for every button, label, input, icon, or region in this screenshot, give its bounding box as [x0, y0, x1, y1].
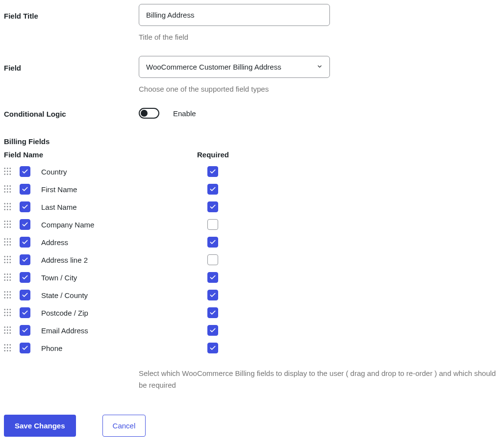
cancel-button[interactable]: Cancel — [102, 415, 146, 437]
conditional-logic-label: Conditional Logic — [4, 108, 139, 118]
drag-handle-icon[interactable]: ••••••••• — [4, 255, 20, 264]
required-cell — [198, 201, 230, 212]
field-select-input-col: WooCommerce Customer Billing Address Cho… — [139, 56, 498, 93]
required-cell — [198, 166, 230, 177]
field-name-label: Postcode / Zip — [41, 309, 198, 317]
field-enabled-checkbox[interactable] — [20, 307, 30, 318]
field-name-label: Company Name — [41, 221, 198, 229]
field-name-label: Last Name — [41, 203, 198, 211]
billing-field-row: •••••••••Address line 2 — [4, 251, 498, 269]
billing-fields-title: Billing Fields — [4, 137, 498, 146]
conditional-logic-toggle[interactable] — [139, 108, 159, 119]
required-cell — [198, 219, 230, 230]
field-enabled-checkbox[interactable] — [20, 343, 30, 353]
field-title-helper: Title of the field — [139, 33, 498, 41]
billing-field-row: •••••••••Postcode / Zip — [4, 304, 498, 322]
required-cell — [198, 325, 230, 336]
field-name-label: Country — [41, 168, 198, 176]
header-required: Required — [197, 150, 498, 159]
billing-field-row: •••••••••Email Address — [4, 322, 498, 339]
drag-handle-icon[interactable]: ••••••••• — [4, 273, 20, 282]
field-enabled-checkbox[interactable] — [20, 237, 30, 248]
billing-field-row: •••••••••Company Name — [4, 216, 498, 233]
field-enabled-checkbox[interactable] — [20, 325, 30, 336]
field-enabled-checkbox[interactable] — [20, 201, 30, 212]
conditional-logic-enable-label: Enable — [173, 109, 196, 118]
billing-field-row: •••••••••State / County — [4, 286, 498, 304]
drag-handle-icon[interactable]: ••••••••• — [4, 308, 20, 317]
field-required-checkbox[interactable] — [207, 307, 218, 318]
button-row: Save Changes Cancel — [4, 415, 498, 437]
billing-field-row: •••••••••First Name — [4, 180, 498, 198]
toggle-knob-icon — [141, 110, 148, 117]
field-required-checkbox[interactable] — [207, 290, 218, 300]
field-required-checkbox[interactable] — [207, 254, 218, 265]
field-select-helper: Choose one of the supported field types — [139, 85, 498, 93]
field-name-label: Email Address — [41, 326, 198, 335]
required-cell — [198, 290, 230, 300]
drag-handle-icon[interactable]: ••••••••• — [4, 291, 20, 299]
billing-field-row: •••••••••Town / City — [4, 269, 498, 286]
required-cell — [198, 343, 230, 353]
field-enabled-checkbox[interactable] — [20, 166, 30, 177]
field-required-checkbox[interactable] — [207, 184, 218, 195]
conditional-logic-row: Conditional Logic Enable — [4, 108, 498, 119]
field-title-input-col: Title of the field — [139, 4, 498, 41]
field-required-checkbox[interactable] — [207, 343, 218, 353]
field-title-label: Field Title — [4, 4, 139, 20]
field-select-wrapper: WooCommerce Customer Billing Address — [139, 56, 330, 78]
required-cell — [198, 307, 230, 318]
drag-handle-icon[interactable]: ••••••••• — [4, 202, 20, 211]
field-enabled-checkbox[interactable] — [20, 219, 30, 230]
required-cell — [198, 272, 230, 283]
field-type-select[interactable]: WooCommerce Customer Billing Address — [139, 56, 330, 78]
billing-field-row: •••••••••Phone — [4, 339, 498, 357]
conditional-logic-input-col: Enable — [139, 108, 498, 119]
field-required-checkbox[interactable] — [207, 166, 218, 177]
field-name-label: Town / City — [41, 274, 198, 282]
field-enabled-checkbox[interactable] — [20, 272, 30, 283]
drag-handle-icon[interactable]: ••••••••• — [4, 238, 20, 247]
field-title-row: Field Title Title of the field — [4, 4, 498, 41]
field-name-label: Address line 2 — [41, 256, 198, 264]
field-required-checkbox[interactable] — [207, 237, 218, 248]
field-enabled-checkbox[interactable] — [20, 254, 30, 265]
save-button[interactable]: Save Changes — [4, 415, 76, 437]
field-required-checkbox[interactable] — [207, 325, 218, 336]
billing-fields-list: •••••••••Country•••••••••First Name•••••… — [4, 163, 498, 357]
drag-handle-icon[interactable]: ••••••••• — [4, 167, 20, 176]
billing-field-row: •••••••••Last Name — [4, 198, 498, 216]
required-cell — [198, 184, 230, 195]
drag-handle-icon[interactable]: ••••••••• — [4, 185, 20, 194]
billing-fields-header: Field Name Required — [4, 150, 498, 159]
billing-field-row: •••••••••Country — [4, 163, 498, 180]
field-enabled-checkbox[interactable] — [20, 184, 30, 195]
billing-fields-helper: Select which WooCommerce Billing fields … — [139, 368, 498, 391]
drag-handle-icon[interactable]: ••••••••• — [4, 220, 20, 229]
field-name-label: State / County — [41, 291, 198, 299]
field-required-checkbox[interactable] — [207, 219, 218, 230]
field-name-label: Address — [41, 238, 198, 247]
field-select-row: Field WooCommerce Customer Billing Addre… — [4, 56, 498, 93]
required-cell — [198, 237, 230, 248]
field-name-label: Phone — [41, 344, 198, 352]
field-required-checkbox[interactable] — [207, 201, 218, 212]
drag-handle-icon[interactable]: ••••••••• — [4, 326, 20, 335]
billing-field-row: •••••••••Address — [4, 233, 498, 251]
field-select-label: Field — [4, 56, 139, 72]
field-enabled-checkbox[interactable] — [20, 290, 30, 300]
required-cell — [198, 254, 230, 265]
header-field-name: Field Name — [4, 150, 197, 159]
field-required-checkbox[interactable] — [207, 272, 218, 283]
field-name-label: First Name — [41, 185, 198, 194]
drag-handle-icon[interactable]: ••••••••• — [4, 344, 20, 352]
field-title-input[interactable] — [139, 4, 330, 26]
